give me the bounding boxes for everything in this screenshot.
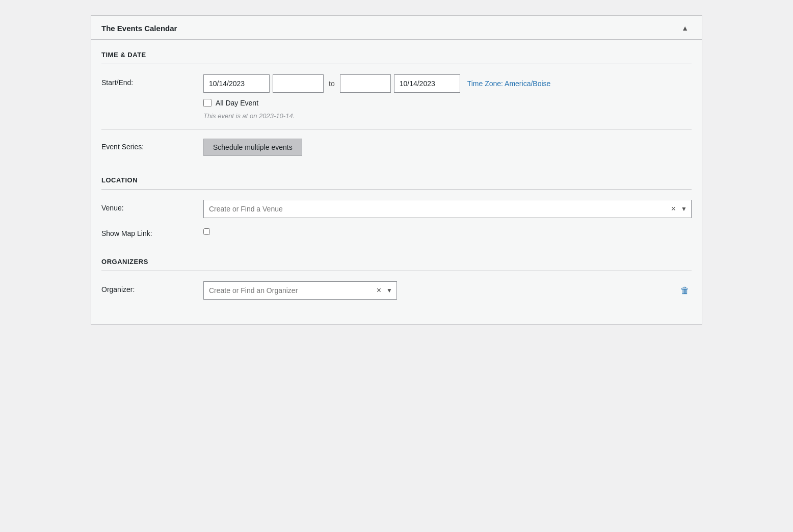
- panel-title: The Events Calendar: [101, 24, 177, 33]
- to-label: to: [327, 79, 337, 88]
- timezone-link[interactable]: Time Zone: America/Boise: [467, 79, 551, 88]
- venue-row: Venue: × ▼: [101, 200, 692, 218]
- show-map-controls: [203, 228, 692, 236]
- venue-input[interactable]: [204, 203, 668, 215]
- organizer-dropdown-icon[interactable]: ▼: [384, 287, 396, 294]
- venue-controls: × ▼: [203, 200, 692, 218]
- time-date-heading: TIME & DATE: [101, 40, 692, 64]
- divider-1: [101, 129, 692, 129]
- start-end-label: Start/End:: [101, 74, 203, 87]
- date-time-row: to Time Zone: America/Boise: [203, 74, 692, 93]
- venue-clear-icon[interactable]: ×: [668, 205, 679, 213]
- panel-body: TIME & DATE Start/End: to Time Zone: Ame…: [91, 40, 702, 324]
- organizers-heading: ORGANIZERS: [101, 247, 692, 271]
- location-heading: LOCATION: [101, 165, 692, 190]
- organizer-controls: × ▼ 🗑: [203, 281, 692, 300]
- all-day-checkbox[interactable]: [203, 99, 212, 107]
- start-end-controls: to Time Zone: America/Boise All Day Even…: [203, 74, 692, 120]
- event-series-row: Event Series: Schedule multiple events: [101, 139, 692, 156]
- show-map-row: Show Map Link:: [101, 227, 692, 237]
- organizer-delete-icon[interactable]: 🗑: [680, 285, 692, 296]
- all-day-label[interactable]: All Day Event: [216, 99, 258, 107]
- event-series-label: Event Series:: [101, 139, 203, 151]
- all-day-row: All Day Event: [203, 99, 692, 107]
- schedule-multiple-button[interactable]: Schedule multiple events: [203, 139, 302, 156]
- organizer-row: Organizer: × ▼ 🗑: [101, 281, 692, 300]
- end-time-input[interactable]: [340, 74, 391, 93]
- show-map-checkbox[interactable]: [203, 228, 210, 235]
- organizer-input[interactable]: [204, 284, 374, 297]
- events-calendar-panel: The Events Calendar ▲ TIME & DATE Start/…: [91, 15, 702, 325]
- organizer-row-controls: × ▼ 🗑: [203, 281, 692, 300]
- end-date-input[interactable]: [394, 74, 460, 93]
- venue-label: Venue:: [101, 200, 203, 212]
- organizer-clear-icon[interactable]: ×: [374, 286, 384, 295]
- event-note: This event is at on 2023-10-14.: [203, 112, 692, 120]
- event-series-controls: Schedule multiple events: [203, 139, 692, 156]
- venue-dropdown-icon[interactable]: ▼: [679, 205, 691, 212]
- organizer-select-wrap: × ▼: [203, 281, 397, 300]
- panel-toggle-button[interactable]: ▲: [678, 23, 692, 33]
- organizer-label: Organizer:: [101, 281, 203, 294]
- start-date-input[interactable]: [203, 74, 270, 93]
- start-time-input[interactable]: [273, 74, 324, 93]
- show-map-label: Show Map Link:: [101, 227, 203, 237]
- venue-select-wrap: × ▼: [203, 200, 692, 218]
- start-end-row: Start/End: to Time Zone: America/Boise A…: [101, 74, 692, 120]
- panel-header: The Events Calendar ▲: [91, 16, 702, 40]
